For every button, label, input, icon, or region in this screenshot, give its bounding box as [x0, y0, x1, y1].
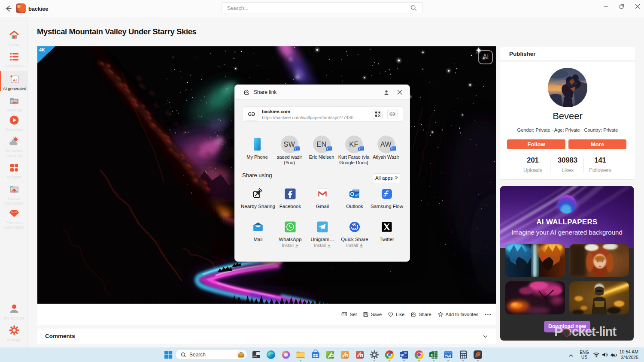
- svg-text:T: T: [295, 148, 296, 151]
- svg-text:T: T: [327, 148, 328, 151]
- svg-text:X: X: [431, 353, 433, 357]
- svg-text:T: T: [391, 148, 393, 151]
- svg-text:P: P: [331, 354, 333, 357]
- svg-text:W: W: [400, 353, 404, 357]
- svg-text:AI: AI: [13, 78, 17, 82]
- svg-text:S: S: [346, 354, 348, 357]
- svg-text:T: T: [359, 148, 361, 151]
- svg-text:T: T: [361, 354, 362, 357]
